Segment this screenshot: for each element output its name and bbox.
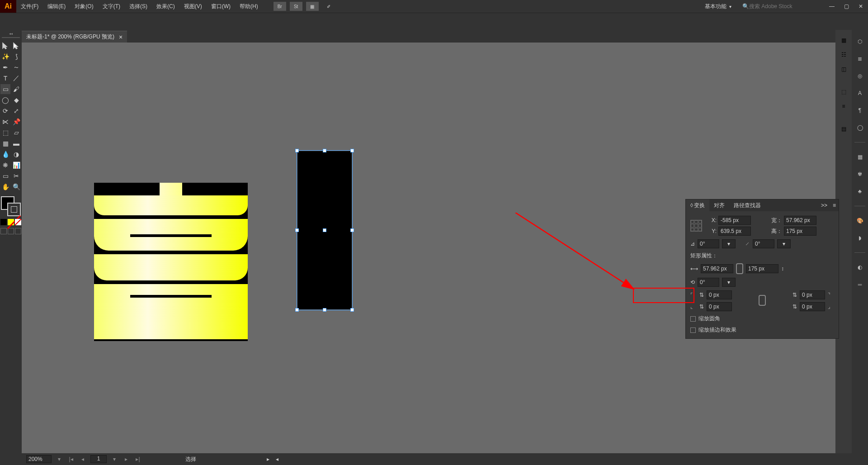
menu-window[interactable]: 窗口(W) [207, 0, 235, 13]
eraser-tool[interactable]: ◆ [11, 95, 21, 105]
search-input[interactable] [749, 3, 818, 9]
properties-panel-icon[interactable]: ▦ [841, 37, 846, 43]
artboard-dropdown[interactable]: ▾ [110, 455, 118, 463]
h-input[interactable] [784, 227, 816, 236]
symbol-sprayer-tool[interactable]: ❋ [0, 160, 10, 170]
menu-file[interactable]: 文件(F) [16, 0, 43, 13]
scale-corners-checkbox[interactable] [690, 316, 696, 322]
layers-icon[interactable]: ≣ [855, 54, 864, 63]
zoom-dropdown[interactable]: ▾ [55, 455, 63, 463]
rect-rotate-dropdown[interactable]: ▾ [722, 278, 736, 287]
cc-icon[interactable]: ◎ [855, 71, 864, 81]
width-tool[interactable]: ⋉ [0, 117, 10, 127]
tab-transform[interactable]: ◊变换 [686, 199, 709, 211]
paintbrush-tool[interactable]: 🖌 [11, 84, 21, 94]
pen-tool[interactable]: ✒ [0, 62, 10, 72]
scale-strokes-checkbox[interactable] [690, 327, 696, 333]
free-transform-tool[interactable]: ⬚ [0, 128, 10, 138]
draw-behind[interactable] [8, 228, 14, 234]
scale-tool[interactable]: ⤢ [11, 106, 21, 116]
maximize-button[interactable]: ▢ [839, 1, 854, 12]
rotate-input[interactable] [698, 239, 719, 248]
shape-icon[interactable]: ◗ [855, 233, 864, 242]
swatch-color[interactable] [0, 219, 7, 225]
menu-select[interactable]: 选择(S) [125, 0, 152, 13]
direct-selection-tool[interactable] [11, 41, 21, 51]
menu-object[interactable]: 对象(O) [70, 0, 98, 13]
lasso-tool[interactable]: ⟆ [11, 52, 21, 62]
swatches-panel-icon[interactable]: ▤ [841, 126, 846, 132]
hand-tool[interactable]: ✋ [0, 182, 10, 192]
corner-tr-input[interactable] [800, 290, 825, 299]
menu-view[interactable]: 视图(V) [179, 0, 207, 13]
workspace-switcher[interactable]: 基本功能 ▾ [700, 3, 736, 10]
minimize-button[interactable]: — [825, 1, 839, 12]
draw-inside[interactable] [15, 228, 21, 234]
perspective-icon[interactable]: ⬡ [855, 37, 864, 46]
shear-dropdown[interactable]: ▾ [777, 239, 791, 248]
grid-icon[interactable]: ▦ [855, 152, 864, 161]
corner-link-icon[interactable] [759, 295, 766, 306]
panel-menu-icon[interactable]: ≡ [830, 202, 839, 209]
shear-input[interactable] [753, 239, 774, 248]
reference-point-grid[interactable] [690, 220, 702, 232]
zoom-field[interactable]: 200% [26, 455, 52, 463]
panel-expand-icon[interactable]: >> [818, 202, 830, 209]
rect-height-input[interactable] [746, 264, 778, 273]
next-artboard[interactable]: ▸ [122, 455, 130, 463]
libraries-panel-icon[interactable]: ☷ [841, 52, 846, 58]
collapse-handle[interactable]: ◂◂ [9, 32, 13, 35]
appearance-icon[interactable]: ◯ [855, 123, 864, 132]
draw-normal[interactable] [0, 228, 7, 234]
feather-icon[interactable]: ✐ [322, 2, 335, 11]
tab-align[interactable]: 对齐 [709, 199, 729, 211]
close-icon[interactable]: × [119, 33, 123, 41]
link-icon[interactable] [736, 263, 743, 274]
shaper-tool[interactable]: ◯ [0, 95, 10, 105]
mesh-tool[interactable]: ▦ [0, 138, 10, 148]
menu-type[interactable]: 文字(T) [98, 0, 125, 13]
puppet-warp-tool[interactable]: 📌 [11, 117, 21, 127]
rotate-tool[interactable]: ⟳ [0, 106, 10, 116]
blend-tool[interactable]: ◑ [11, 149, 21, 159]
x-input[interactable] [718, 216, 751, 225]
layers-panel-icon[interactable]: ◫ [841, 66, 846, 72]
type-panel-icon[interactable]: A [855, 89, 864, 98]
magic-wand-tool[interactable]: ✨ [0, 52, 10, 62]
arrange-icon[interactable]: ▦ [306, 2, 319, 11]
bridge-icon[interactable]: Br [274, 2, 286, 11]
brushes-icon[interactable]: ✾ [855, 170, 864, 179]
first-artboard[interactable]: |◂ [67, 455, 75, 463]
stock-search[interactable]: 🔍 [740, 1, 821, 11]
rotate-dropdown[interactable]: ▾ [722, 239, 736, 248]
artboard-number[interactable]: 1 [90, 455, 107, 463]
stepper-icon[interactable]: ⇅ [699, 292, 704, 298]
transparency-icon[interactable]: ◐ [855, 263, 864, 272]
rect-width-input[interactable] [701, 264, 733, 273]
menu-effect[interactable]: 效果(C) [152, 0, 179, 13]
stock-icon[interactable]: St [290, 2, 302, 11]
graph-tool[interactable]: 📊 [11, 160, 21, 170]
stroke-icon[interactable]: ═ [855, 280, 864, 289]
y-input[interactable] [718, 227, 751, 236]
symbols-icon[interactable]: ♣ [855, 187, 864, 196]
fill-stroke-swatches[interactable] [1, 196, 21, 216]
artboards-panel-icon[interactable]: ⬚ [841, 89, 846, 95]
stepper-icon[interactable]: ⇅ [793, 292, 797, 298]
artboard-tool[interactable]: ▭ [0, 171, 10, 181]
stroke-swatch[interactable] [7, 203, 21, 216]
prev-artboard[interactable]: ◂ [79, 455, 87, 463]
paragraph-icon[interactable]: ¶ [855, 106, 864, 115]
corner-bl-input[interactable] [707, 302, 732, 311]
corner-tl-input[interactable] [707, 290, 732, 299]
scroll-left-icon[interactable]: ▸ [267, 456, 269, 462]
slice-tool[interactable]: ✂ [11, 171, 21, 181]
stepper-icon[interactable]: ⇅ [699, 304, 704, 310]
selection-tool[interactable] [0, 41, 10, 51]
eyedropper-tool[interactable]: 💧 [0, 149, 10, 159]
rectangle-tool[interactable]: ▭ [0, 84, 10, 94]
gradient-tool[interactable]: ▬ [11, 138, 21, 148]
menu-edit[interactable]: 编辑(E) [43, 0, 70, 13]
tab-pathfinder[interactable]: 路径查找器 [729, 199, 765, 211]
zoom-tool[interactable]: 🔍 [11, 182, 21, 192]
